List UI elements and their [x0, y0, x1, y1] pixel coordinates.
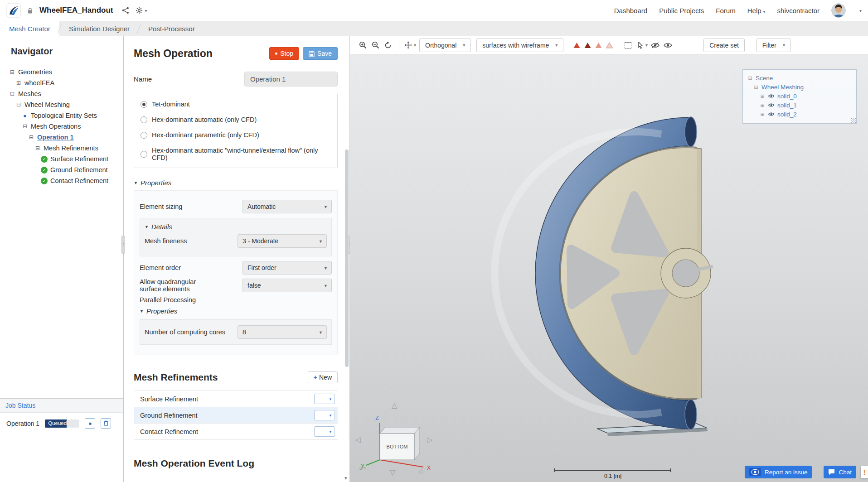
job-delete-button[interactable] — [101, 418, 111, 429]
tree-item-ground-refinement[interactable]: ✓Ground Refinement — [0, 164, 123, 175]
tree-item-wheelfea[interactable]: ⊞wheelFEA — [0, 77, 123, 88]
zoom-out-icon[interactable] — [369, 39, 382, 52]
collapse-icon[interactable]: ⊟ — [22, 123, 28, 130]
panel-scrollbar-thumb[interactable] — [345, 149, 349, 367]
zoom-in-icon[interactable] — [356, 39, 369, 52]
tab-post-processor[interactable]: Post-Processor — [139, 21, 204, 36]
collapse-icon[interactable]: ⊟ — [9, 91, 15, 97]
section-collapse-icon[interactable]: ▼ — [140, 309, 144, 313]
scene-group-item[interactable]: ⊟Wheel Meshing — [747, 82, 852, 92]
details-section-header[interactable]: ▼Details — [145, 223, 327, 231]
mesh-quality-icon-2[interactable] — [584, 42, 591, 48]
properties-section-header[interactable]: ▼Properties — [134, 179, 338, 187]
element-sizing-select[interactable]: Automatic▼ — [242, 200, 332, 213]
mesh-fineness-select[interactable]: 3 - Moderate▼ — [238, 234, 327, 248]
refinement-row-contact[interactable]: Contact Refinement▼ — [134, 424, 338, 440]
expand-icon[interactable]: ⊞ — [760, 111, 765, 117]
job-stop-button[interactable]: ■ — [85, 418, 95, 429]
avatar[interactable] — [831, 3, 846, 18]
tree-item-surface-refinement[interactable]: ✓Surface Refinement — [0, 154, 123, 164]
refinement-row-surface[interactable]: Surface Refinement▼ — [134, 391, 338, 407]
filter-dropdown[interactable]: Filter▾ — [756, 39, 791, 52]
visibility-eye-icon[interactable] — [768, 94, 775, 98]
box-select-icon[interactable] — [625, 42, 631, 48]
scene-solid-1[interactable]: ⊞solid_1 — [747, 101, 852, 110]
account-chevron-icon[interactable]: ▾ — [859, 8, 862, 13]
section-collapse-icon[interactable]: ▼ — [134, 181, 138, 185]
refinement-action-select[interactable]: ▼ — [314, 426, 335, 437]
navigator-splitter-handle[interactable]: ⋮ — [121, 236, 125, 254]
cursor-select-icon[interactable]: ▾ — [636, 39, 649, 52]
refinement-action-select[interactable]: ▼ — [314, 394, 335, 404]
collapse-icon[interactable]: ⊟ — [34, 145, 41, 151]
collapse-icon[interactable]: ⊟ — [9, 69, 15, 75]
tab-simulation-designer[interactable]: Simulation Designer — [60, 21, 139, 36]
alert-badge[interactable]: ! — [861, 466, 868, 478]
nav-help[interactable]: Help▾ — [747, 7, 766, 14]
create-set-button[interactable]: Create set — [703, 39, 745, 52]
radio-hex-parametric[interactable]: Hex-dominant parametric (only CFD) — [134, 127, 337, 143]
settings-gear-icon[interactable]: ▾ — [136, 7, 147, 14]
new-refinement-button[interactable]: +New — [308, 371, 338, 383]
orientation-cube[interactable]: BOTTOM Z X Y — [354, 410, 438, 478]
expand-icon[interactable]: ⊞ — [760, 102, 765, 108]
mesh-quality-icon-3[interactable] — [595, 42, 602, 48]
radio-tet-dominant[interactable]: Tet-dominant — [134, 96, 337, 112]
nav-public-projects[interactable]: Public Projects — [659, 7, 704, 14]
section-collapse-icon[interactable]: ▼ — [145, 225, 149, 229]
rotate-up-arrow-icon[interactable]: △ — [392, 402, 397, 409]
radio-button[interactable] — [141, 116, 147, 123]
save-button[interactable]: Save — [303, 47, 338, 60]
pan-move-icon[interactable]: ▾ — [404, 39, 417, 52]
scene-solid-0[interactable]: ⊞solid_0 — [747, 92, 852, 101]
tab-mesh-creator[interactable]: Mesh Creator — [0, 21, 59, 36]
collapse-icon[interactable]: ⊟ — [753, 84, 759, 90]
stop-button[interactable]: ■Stop — [269, 47, 299, 60]
chat-button[interactable]: Chat — [824, 466, 856, 478]
expand-icon[interactable]: ⊞ — [760, 93, 765, 99]
visibility-eye-icon[interactable] — [768, 112, 775, 116]
scene-root-item[interactable]: ⊟Scene — [747, 73, 852, 82]
collapse-icon[interactable]: ⊟ — [28, 134, 34, 140]
report-issue-button[interactable]: Report an issue — [745, 466, 812, 478]
scroll-down-icon[interactable]: ▼ — [344, 476, 348, 481]
projection-dropdown[interactable]: Orthogonal▾ — [419, 39, 471, 52]
lock-icon[interactable] — [27, 7, 33, 14]
refinement-row-ground[interactable]: Ground Refinement▼ — [134, 407, 338, 424]
radio-hex-automatic[interactable]: Hex-dominant automatic (only CFD) — [134, 112, 337, 127]
radio-button-selected[interactable] — [141, 101, 147, 108]
collapse-icon[interactable]: ⊟ — [747, 75, 753, 81]
element-order-select[interactable]: First order▼ — [242, 261, 332, 275]
operation-name-input[interactable] — [244, 72, 338, 87]
mesh-quality-icon-4[interactable] — [606, 42, 613, 48]
app-logo[interactable] — [6, 3, 21, 18]
tree-item-mesh-operations[interactable]: ⊟Mesh Operations — [0, 121, 123, 132]
tree-item-geometries[interactable]: ⊟Geometries — [0, 67, 123, 77]
reset-view-icon[interactable] — [382, 39, 394, 52]
visibility-eye-icon[interactable] — [768, 103, 775, 107]
scene-solid-2[interactable]: ⊞solid_2 — [747, 110, 852, 119]
hide-selected-icon[interactable] — [649, 39, 661, 52]
nav-dashboard[interactable]: Dashboard — [614, 7, 647, 14]
overlay-resize-handle[interactable] — [851, 118, 856, 123]
tree-item-mesh-refinements[interactable]: ⊟Mesh Refinements — [0, 143, 123, 154]
radio-button[interactable] — [141, 132, 147, 139]
tree-item-wheel-meshing[interactable]: ⊟Wheel Meshing — [0, 99, 123, 110]
tree-item-operation-1[interactable]: ⊟Operation 1 — [0, 132, 123, 143]
collapse-icon[interactable]: ⊟ — [15, 101, 22, 108]
tree-item-topological-entity-sets[interactable]: ●Topological Entity Sets — [0, 110, 123, 121]
tree-item-contact-refinement[interactable]: ✓Contact Refinement — [0, 175, 123, 186]
refinement-action-select[interactable]: ▼ — [314, 410, 335, 420]
render-mode-dropdown[interactable]: surfaces with wireframe▾ — [476, 39, 563, 52]
nav-forum[interactable]: Forum — [716, 7, 735, 14]
radio-button[interactable] — [141, 151, 147, 158]
parallel-properties-header[interactable]: ▼Properties — [140, 307, 332, 315]
username[interactable]: shivcontractor — [777, 7, 820, 14]
quad-elements-select[interactable]: false▼ — [242, 279, 332, 292]
show-all-icon[interactable] — [661, 39, 674, 52]
share-icon[interactable] — [122, 7, 129, 14]
mesh-quality-icon-1[interactable] — [573, 42, 580, 48]
expand-icon[interactable]: ⊞ — [15, 80, 22, 86]
tree-item-meshes[interactable]: ⊟Meshes — [0, 88, 123, 99]
computing-cores-select[interactable]: 8▼ — [238, 325, 327, 339]
